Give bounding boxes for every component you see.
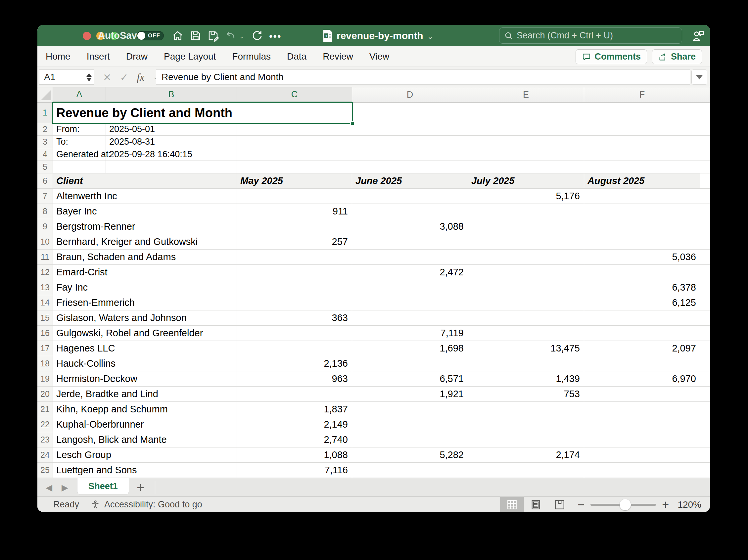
row-header-3[interactable]: 3: [38, 136, 53, 148]
cell-c13[interactable]: [237, 280, 352, 295]
cell-client-14[interactable]: Friesen-Emmerich: [53, 295, 237, 310]
cell-client-16[interactable]: Gulgowski, Robel and Greenfelder: [53, 326, 237, 341]
cell-f15[interactable]: [584, 310, 700, 326]
cell-e21[interactable]: [468, 402, 584, 417]
column-header-d[interactable]: D: [352, 87, 468, 102]
cell-e10[interactable]: [468, 234, 584, 250]
cell-month-header-4[interactable]: August 2025: [584, 173, 700, 189]
ribbon-tab-insert[interactable]: Insert: [87, 51, 110, 62]
cell-d13[interactable]: [352, 280, 468, 295]
cell-client-17[interactable]: Hagenes LLC: [53, 341, 237, 356]
page-layout-view-button[interactable]: [524, 497, 548, 512]
cell-d2[interactable]: [352, 123, 468, 136]
row-header-17[interactable]: 17: [38, 341, 53, 356]
cell-f2[interactable]: [584, 123, 700, 136]
cell-f16[interactable]: [584, 326, 700, 341]
cell-meta-label-5[interactable]: [53, 161, 106, 173]
cell-e16[interactable]: [468, 326, 584, 341]
cell-e4[interactable]: [468, 148, 584, 161]
name-box-stepper[interactable]: [86, 73, 92, 81]
cell-c14[interactable]: [237, 295, 352, 310]
normal-view-button[interactable]: [500, 497, 524, 512]
cell-client-9[interactable]: Bergstrom-Renner: [53, 219, 237, 234]
row-header-15[interactable]: 15: [38, 310, 53, 326]
cell-sliver-4[interactable]: [700, 148, 710, 161]
cell-c11[interactable]: [237, 250, 352, 265]
next-sheet-icon[interactable]: ▶: [62, 483, 68, 493]
cell-client-15[interactable]: Gislason, Waters and Johnson: [53, 310, 237, 326]
undo-chevron-icon[interactable]: ⌄: [239, 33, 245, 39]
cell-c10[interactable]: 257: [237, 234, 352, 250]
sheet-tab-sheet1[interactable]: Sheet1: [77, 478, 129, 495]
share-button[interactable]: Share: [652, 49, 702, 64]
document-title-group[interactable]: x revenue-by-month ⌄: [323, 25, 433, 46]
cell-d15[interactable]: [352, 310, 468, 326]
cell-f19[interactable]: 6,970: [584, 371, 700, 387]
cell-d7[interactable]: [352, 189, 468, 204]
cell-month-header-1[interactable]: May 2025: [237, 173, 352, 189]
cell-meta-value-5[interactable]: [106, 161, 237, 173]
cell-client-20[interactable]: Jerde, Bradtke and Lind: [53, 387, 237, 402]
cell-sliver-15[interactable]: [700, 310, 710, 326]
cell-e18[interactable]: [468, 356, 584, 371]
cell-d5[interactable]: [352, 161, 468, 173]
cell-sliver-14[interactable]: [700, 295, 710, 310]
ribbon-tab-home[interactable]: Home: [46, 51, 70, 62]
cell-c19[interactable]: 963: [237, 371, 352, 387]
column-header-f[interactable]: F: [584, 87, 700, 102]
cell-e7[interactable]: 5,176: [468, 189, 584, 204]
cell-client-8[interactable]: Bayer Inc: [53, 204, 237, 219]
cell-f20[interactable]: [584, 387, 700, 402]
cell-d19[interactable]: 6,571: [352, 371, 468, 387]
cell-f13[interactable]: 6,378: [584, 280, 700, 295]
cell-d9[interactable]: 3,088: [352, 219, 468, 234]
cell-d14[interactable]: [352, 295, 468, 310]
zoom-out-button[interactable]: −: [571, 498, 590, 512]
cell-e11[interactable]: [468, 250, 584, 265]
cell-sliver-5[interactable]: [700, 161, 710, 173]
row-header-5[interactable]: 5: [38, 161, 53, 173]
row-header-10[interactable]: 10: [38, 234, 53, 250]
cell-sliver-20[interactable]: [700, 387, 710, 402]
cell-e25[interactable]: [468, 463, 584, 478]
cell-d23[interactable]: [352, 432, 468, 447]
cancel-entry-icon[interactable]: ✕: [103, 71, 111, 83]
cell-d24[interactable]: 5,282: [352, 447, 468, 463]
undo-icon[interactable]: [225, 30, 237, 42]
cell-f7[interactable]: [584, 189, 700, 204]
cell-sliver-24[interactable]: [700, 447, 710, 463]
cell-c21[interactable]: 1,837: [237, 402, 352, 417]
row-header-18[interactable]: 18: [38, 356, 53, 371]
row-header-23[interactable]: 23: [38, 432, 53, 447]
row-header-19[interactable]: 19: [38, 371, 53, 387]
cell-d12[interactable]: 2,472: [352, 265, 468, 280]
cell-f4[interactable]: [584, 148, 700, 161]
cell-f1[interactable]: [584, 102, 700, 123]
cell-client-7[interactable]: Altenwerth Inc: [53, 189, 237, 204]
cell-sliver-9[interactable]: [700, 219, 710, 234]
cell-e23[interactable]: [468, 432, 584, 447]
search-input[interactable]: Search (Cmd + Ctrl + U): [499, 27, 682, 44]
page-break-view-button[interactable]: [548, 497, 571, 512]
cell-c24[interactable]: 1,088: [237, 447, 352, 463]
cell-client-21[interactable]: Kihn, Koepp and Schumm: [53, 402, 237, 417]
cell-sliver-2[interactable]: [700, 123, 710, 136]
cell-f14[interactable]: 6,125: [584, 295, 700, 310]
ribbon-tab-review[interactable]: Review: [323, 51, 353, 62]
cell-f22[interactable]: [584, 417, 700, 432]
cell-c5[interactable]: [237, 161, 352, 173]
cell-f18[interactable]: [584, 356, 700, 371]
ribbon-tab-draw[interactable]: Draw: [126, 51, 148, 62]
row-header-6[interactable]: 6: [38, 173, 53, 189]
cell-client-13[interactable]: Fay Inc: [53, 280, 237, 295]
cell-c12[interactable]: [237, 265, 352, 280]
row-header-22[interactable]: 22: [38, 417, 53, 432]
autosave-toggle[interactable]: OFF: [137, 31, 164, 40]
cell-c15[interactable]: 363: [237, 310, 352, 326]
selection-fill-handle[interactable]: [350, 121, 354, 125]
column-header-b[interactable]: B: [106, 87, 237, 102]
comments-button[interactable]: Comments: [576, 49, 647, 64]
prev-sheet-icon[interactable]: ◀: [46, 483, 52, 493]
zoom-slider[interactable]: [590, 504, 656, 506]
cell-e15[interactable]: [468, 310, 584, 326]
